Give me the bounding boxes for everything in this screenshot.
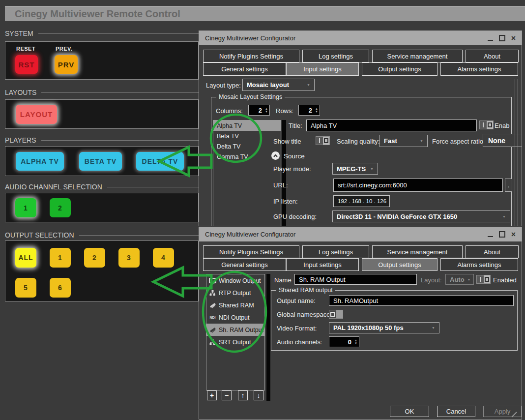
title-field[interactable]: Alpha TV — [306, 120, 477, 131]
output-list-item-rtp-output[interactable]: RTP Output — [206, 287, 264, 299]
output-3-button[interactable]: 3 — [118, 248, 140, 268]
maximize-icon[interactable] — [499, 35, 505, 41]
channel-list-item-beta-tv[interactable]: Beta TV — [213, 131, 281, 141]
collapse-source-icon[interactable] — [271, 151, 280, 160]
columns-value: 2 — [249, 107, 265, 114]
minimize-icon[interactable] — [488, 40, 493, 41]
close-icon[interactable]: × — [511, 231, 516, 239]
output-list-item-srt-output[interactable]: SRT Output — [206, 336, 264, 348]
minimize-icon[interactable] — [488, 236, 493, 237]
tab-alarms-settings[interactable]: Alarms settings — [440, 62, 518, 76]
divider — [41, 140, 199, 141]
output-list-item-window-output[interactable]: Window Output — [206, 274, 264, 287]
tab-input-settings[interactable]: Input settings — [286, 258, 359, 271]
stepper-arrows-icon[interactable]: ▲▼ — [354, 339, 359, 345]
move-down-button[interactable]: ↓ — [254, 390, 263, 400]
tab-log-settings[interactable]: Log settings — [302, 245, 369, 258]
layout-dropdown[interactable]: Auto — [445, 274, 474, 285]
window2-titlebar[interactable]: Cinegy Multiviewer Configurator × — [199, 227, 522, 241]
force-aspect-ratio-value: None — [488, 137, 505, 145]
tab-general-settings[interactable]: General settings — [203, 258, 286, 271]
layout-button[interactable]: LAYOUT — [16, 105, 57, 124]
output-list-item-sh-ram-output[interactable]: Sh. RAM Output — [206, 324, 264, 336]
layout-type-dropdown[interactable]: Mosaic layout — [242, 79, 315, 91]
move-up-button[interactable]: ↑ — [238, 390, 248, 400]
url-field[interactable]: srt://srt.cinegy.com:6000 — [333, 179, 503, 192]
scaling-quality-dropdown[interactable]: Fast — [379, 135, 428, 147]
output-6-button[interactable]: 6 — [50, 278, 71, 298]
stepper-arrows-icon[interactable]: ▲▼ — [315, 107, 320, 113]
tab-service-management[interactable]: Service management — [372, 245, 463, 258]
divider — [79, 235, 199, 236]
channel-list-item-delta-tv[interactable]: Delta TV — [213, 141, 281, 151]
player-button-alpha-tv[interactable]: ALPHA TV — [16, 152, 64, 171]
window1-titlebar[interactable]: Cinegy Multiviewer Configurator × — [199, 31, 522, 45]
output-list-item-shared-ram[interactable]: Shared RAM — [206, 299, 264, 311]
tab-output-settings[interactable]: Output settings — [362, 258, 438, 271]
maximize-icon[interactable] — [499, 231, 505, 238]
tab-service-management[interactable]: Service management — [372, 50, 463, 62]
remote-control-titlebar[interactable]: Cinegy Multiviewer Remote Control — [5, 6, 525, 21]
show-title-toggle[interactable] — [316, 136, 330, 145]
player-button-beta-tv[interactable]: BETA TV — [79, 152, 122, 171]
tab-input-settings[interactable]: Input settings — [286, 62, 359, 76]
tab-general-settings[interactable]: General settings — [203, 62, 286, 76]
ip-listen-label: IP listen: — [273, 198, 298, 205]
add-output-button[interactable]: + — [207, 390, 217, 400]
section-audio: AUDIO CHANNEL SELECTION — [5, 182, 199, 191]
output-all-button[interactable]: ALL — [15, 248, 36, 268]
tab-output-settings[interactable]: Output settings — [362, 62, 438, 76]
audio-channel-1-button[interactable]: 1 — [15, 198, 36, 217]
columns-label: Columns: — [216, 107, 243, 115]
player-button-delta-tv[interactable]: DELTA TV — [136, 152, 184, 171]
layout-type-label: Layout type: — [206, 82, 241, 89]
audio-panel: 1 2 — [5, 193, 199, 222]
channel-list-item-alpha-tv[interactable]: Alpha TV — [213, 120, 281, 131]
output-2-button[interactable]: 2 — [84, 248, 105, 268]
splitter[interactable] — [282, 120, 286, 226]
reset-button[interactable]: RST — [15, 55, 38, 74]
shared-ram-group-label: Shared RAM output — [276, 287, 335, 294]
url-browse-button[interactable]: . — [505, 179, 512, 192]
close-icon[interactable]: × — [511, 34, 516, 42]
output-name-field[interactable]: Sh. RAMOutput — [329, 295, 514, 306]
output-1-button[interactable]: 1 — [50, 248, 71, 268]
prev-button[interactable]: PRV — [55, 55, 78, 74]
remove-output-button[interactable]: − — [222, 390, 232, 400]
output-item-label: NDI Output — [219, 314, 250, 321]
network-icon — [209, 290, 216, 296]
output-list-item-ndi-output[interactable]: NDI NDI Output — [206, 311, 264, 324]
global-namespace-toggle[interactable] — [329, 310, 343, 319]
ip-listen-field[interactable]: 192 . 168 . 10 . 126 — [333, 195, 390, 207]
layout-label: Layout: — [421, 276, 442, 284]
output-enabled-toggle[interactable] — [476, 275, 491, 284]
audio-channels-stepper[interactable]: 0 ▲▼ — [329, 336, 359, 347]
section-players: PLAYERS — [5, 136, 199, 145]
divider — [38, 33, 199, 34]
tab-notify-plugins-settings[interactable]: Notify Plugins Settings — [203, 50, 299, 62]
columns-stepper[interactable]: 2 ▲▼ — [248, 105, 270, 116]
stepper-arrows-icon[interactable]: ▲▼ — [265, 107, 269, 113]
audio-channel-2-button[interactable]: 2 — [50, 198, 71, 217]
tab-alarms-settings[interactable]: Alarms settings — [440, 258, 518, 271]
channel-list-item-gamma-tv[interactable]: Gamma TV — [213, 151, 281, 162]
splitter[interactable] — [266, 274, 270, 401]
ok-button[interactable]: OK — [390, 406, 429, 417]
section-system: SYSTEM — [5, 29, 199, 38]
enabled-toggle[interactable] — [479, 120, 494, 129]
output-4-button[interactable]: 4 — [153, 248, 174, 268]
tab-notify-plugins-settings[interactable]: Notify Plugins Settings — [203, 245, 299, 258]
video-format-dropdown[interactable]: PAL 1920x1080p 50 fps — [329, 322, 439, 333]
rows-stepper[interactable]: 2 ▲▼ — [298, 105, 320, 116]
title-value: Alpha TV — [311, 122, 337, 129]
tab-about[interactable]: About — [466, 50, 519, 62]
tab-log-settings[interactable]: Log settings — [302, 50, 369, 62]
output-5-button[interactable]: 5 — [15, 278, 36, 298]
gpu-decoding-dropdown[interactable]: Direct3D 11 - NVIDIA GeForce GTX 1650 — [332, 210, 510, 222]
scrollbar[interactable] — [515, 79, 518, 226]
name-field[interactable]: Sh. RAM Output — [294, 274, 417, 285]
cancel-button[interactable]: Cancel — [437, 406, 475, 417]
player-mode-dropdown[interactable]: MPEG-TS — [332, 163, 378, 175]
tab-about[interactable]: About — [466, 245, 519, 258]
prev-caption: PREV. — [56, 46, 73, 52]
